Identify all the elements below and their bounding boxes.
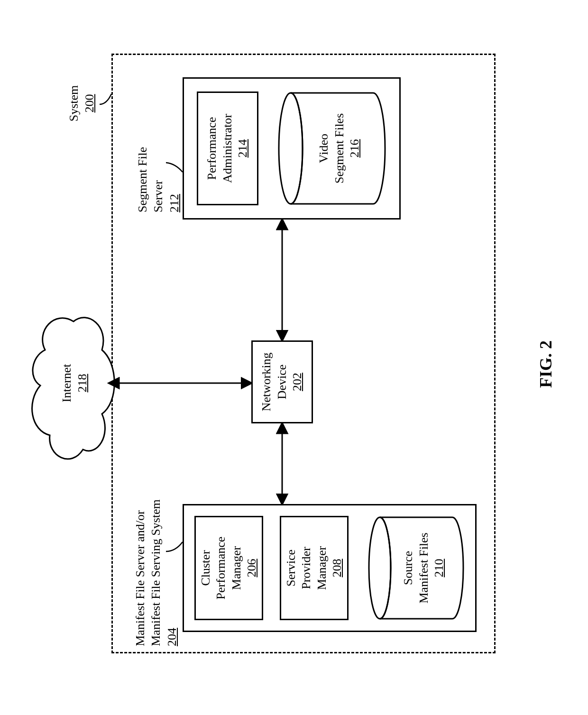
diagram-canvas: System 200 [0,0,588,715]
manifest-server-label: Manifest File Server and/or Manifest Fil… [133,480,180,646]
source-manifest-files-cylinder: Source Manifest Files 210 [368,516,465,620]
cluster-perf-mgr-box: Cluster Performance Manager 206 [194,516,263,620]
perf-admin-label: Performance Administrator [204,114,235,183]
perf-admin-box: Performance Administrator 214 [197,92,258,205]
internet-label: Internet 218 [59,340,90,426]
networking-device-ref: 202 [290,373,305,391]
manifest-server-label-text: Manifest File Server and/or Manifest Fil… [133,499,163,646]
service-provider-mgr-ref: 208 [330,559,345,578]
video-segment-files-label: Video Segment Files [317,113,346,183]
segment-server-label-text: Segment File Server [136,147,165,212]
networking-device-box: Networking Device 202 [251,340,313,423]
source-manifest-files-ref: 210 [432,559,446,578]
source-manifest-files-label: Source Manifest Files [401,532,431,604]
segment-server-ref: 212 [167,194,181,212]
cluster-perf-mgr-label: Cluster Performance Manager [198,537,245,600]
figure-label: FIG. 2 [536,340,556,388]
video-segment-files-ref: 216 [348,139,361,158]
networking-device-label: Networking Device [259,352,290,411]
manifest-server-ref: 204 [165,628,179,646]
service-provider-mgr-box: Service Provider Manager 208 [280,516,349,620]
service-provider-mgr-label: Service Provider Manager [284,546,330,590]
internet-label-text: Internet [60,364,74,403]
segment-server-label: Segment File Server 212 [135,70,183,212]
internet-ref: 218 [75,374,89,393]
perf-admin-ref: 214 [235,139,251,158]
cluster-perf-mgr-ref: 206 [244,559,260,578]
video-segment-files-cylinder: Video Segment Files 216 [277,92,386,205]
